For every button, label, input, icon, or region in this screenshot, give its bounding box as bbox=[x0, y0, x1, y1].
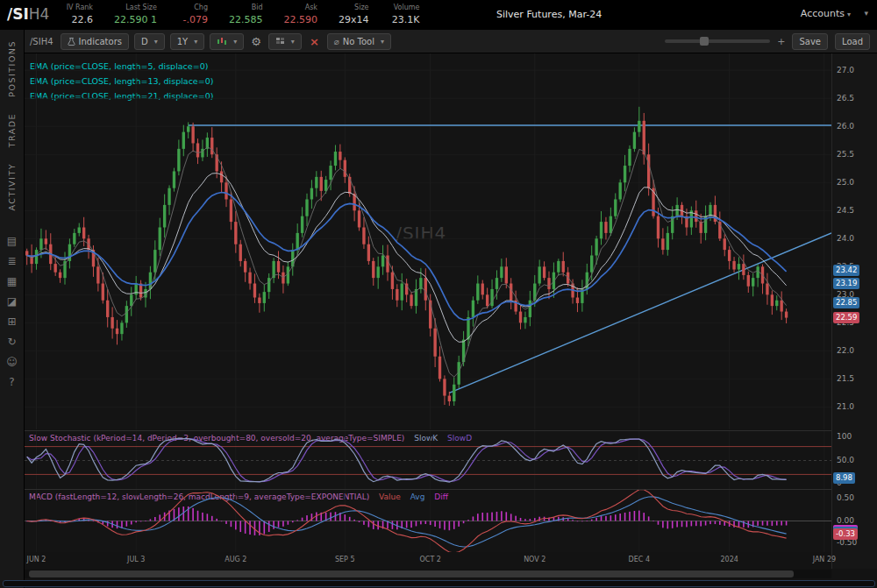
symbol-title: /SIH4 bbox=[7, 5, 49, 23]
axis-tick-label: 21.0 bbox=[837, 402, 854, 411]
sidebar-tab-positions[interactable]: POSITIONS bbox=[7, 40, 17, 97]
price-badge: 22.59 bbox=[833, 312, 859, 323]
chevron-down-icon: ▾ bbox=[233, 38, 237, 46]
time-axis-label: AUG 2 bbox=[225, 556, 246, 563]
drawing-tool-dropdown[interactable]: ⌀ No Tool ▾ bbox=[327, 33, 391, 50]
top-field-5: Size29x14 bbox=[339, 2, 369, 26]
axis-tick-label: 22.0 bbox=[837, 346, 854, 355]
zoom-slider[interactable] bbox=[665, 39, 770, 43]
chart-edit-icon[interactable]: ◪ bbox=[7, 296, 17, 307]
candlestick-chart-icon bbox=[217, 37, 227, 46]
quote-bar: /SIH4 IV Rank22.6 Last Size22.590 1 Chg-… bbox=[0, 0, 877, 30]
stochastic-panel[interactable]: Slow Stochastic (kPeriod=14, dPeriod=3, … bbox=[25, 430, 831, 489]
time-axis[interactable]: JUN 2JUL 3AUG 2SEP 5OCT 2NOV 2DEC 42024J… bbox=[25, 551, 831, 569]
axis-tick-label: 25.0 bbox=[837, 178, 854, 187]
chart-style-dropdown[interactable]: ▾ bbox=[268, 33, 302, 50]
range-dropdown[interactable]: 1Y▾ bbox=[170, 33, 205, 50]
axis-tick-label: 25.5 bbox=[837, 150, 854, 159]
top-field-6: Volume23.1K bbox=[390, 2, 420, 26]
chart-settings-gear-icon[interactable]: ⚙ bbox=[249, 35, 263, 48]
time-axis-label: JAN 29 bbox=[813, 556, 836, 563]
left-sidebar: POSITIONS TRADE ACTIVITY ▤≣▦◪⊞↻☺? bbox=[0, 30, 25, 588]
axis-tick-label: 21.5 bbox=[837, 374, 854, 383]
axis-tick-label: 26.0 bbox=[837, 122, 854, 131]
toolbar-right-group: + Save Load bbox=[665, 33, 870, 50]
chevron-down-icon: ▾ bbox=[154, 38, 158, 46]
chevron-down-icon: ▾ bbox=[194, 38, 197, 46]
notes-icon[interactable]: ▤ bbox=[7, 236, 17, 246]
scrollbar-handle[interactable] bbox=[29, 570, 794, 577]
price-badge: 23.42 bbox=[833, 265, 859, 276]
chevron-down-icon: ▾ bbox=[291, 38, 295, 46]
price-axis[interactable]: 27.026.526.025.525.024.524.023.523.022.5… bbox=[831, 53, 877, 569]
bottom-panel-collapsed[interactable] bbox=[3, 580, 875, 587]
time-axis-label: NOV 2 bbox=[524, 556, 545, 563]
flask-icon bbox=[68, 37, 75, 46]
top-field-2: Chg-.079 bbox=[178, 2, 208, 26]
top-field-4: Ask22.590 bbox=[283, 2, 317, 26]
list-icon[interactable]: ≣ bbox=[7, 256, 16, 266]
apps-icon[interactable]: ⊞ bbox=[7, 316, 16, 327]
indicators-button[interactable]: Indicators bbox=[61, 33, 129, 50]
zoom-slider-handle[interactable] bbox=[700, 37, 709, 46]
top-field-3: Bid22.585 bbox=[229, 2, 263, 26]
axis-tick-label: 0.00 bbox=[837, 516, 854, 525]
macd-panel[interactable]: MACD (fastLength=12, slowLength=26, macd… bbox=[25, 489, 831, 552]
price-chart[interactable]: /SIH4 EMA (price=CLOSE, length=5, displa… bbox=[25, 53, 831, 429]
time-axis-label: SEP 5 bbox=[335, 556, 355, 563]
axis-tick-label: 26.5 bbox=[837, 94, 854, 103]
trading-platform-window: /SIH4 IV Rank22.6 Last Size22.590 1 Chg-… bbox=[0, 0, 877, 588]
time-axis-label: DEC 4 bbox=[629, 556, 650, 563]
chevron-down-icon: ▾ bbox=[847, 11, 851, 18]
sidebar-icons: ▤≣▦◪⊞↻☺? bbox=[6, 236, 18, 387]
top-field-0: IV Rank22.6 bbox=[63, 2, 93, 26]
axis-tick-label: 24.0 bbox=[837, 234, 854, 243]
grid-style-icon bbox=[275, 37, 285, 46]
users-icon[interactable]: ☺ bbox=[6, 357, 18, 367]
chart-type-dropdown[interactable]: ▾ bbox=[210, 33, 244, 50]
quote-fields: IV Rank22.6 Last Size22.590 1 Chg-.079 B… bbox=[63, 2, 420, 26]
timeframe-dropdown[interactable]: D▾ bbox=[134, 33, 165, 50]
top-field-1: Last Size22.590 1 bbox=[114, 2, 157, 26]
time-axis-label: JUN 2 bbox=[27, 556, 46, 563]
axis-tick-label: 50.0 bbox=[837, 456, 854, 464]
grid-icon[interactable]: ▦ bbox=[7, 276, 17, 287]
zoom-in-button[interactable]: + bbox=[777, 36, 785, 47]
save-button[interactable]: Save bbox=[792, 33, 828, 50]
chart-scrollbar[interactable] bbox=[25, 570, 831, 578]
axis-tick-label: 24.5 bbox=[837, 206, 854, 215]
price-badge: 23.19 bbox=[833, 278, 859, 289]
chart-toolbar: /SIH4 Indicators D▾ 1Y▾ ▾ ⚙ ▾ × ⌀ No Too… bbox=[25, 30, 877, 53]
toolbar-symbol-label: /SIH4 bbox=[30, 37, 53, 46]
time-axis-label: 2024 bbox=[720, 556, 738, 563]
collapse-chevron-icon[interactable]: ▾ bbox=[864, 9, 868, 18]
axis-tick-label: 0.50 bbox=[837, 493, 854, 502]
axis-tick-label: 100 bbox=[837, 432, 852, 441]
price-badge: -0.33 bbox=[833, 528, 858, 540]
history-icon[interactable]: ↻ bbox=[7, 337, 16, 347]
time-axis-label: OCT 2 bbox=[420, 556, 441, 563]
help-icon[interactable]: ? bbox=[9, 377, 14, 387]
no-tool-icon: ⌀ bbox=[334, 37, 339, 46]
sidebar-tab-trade[interactable]: TRADE bbox=[7, 113, 17, 147]
price-badge: 8.98 bbox=[833, 472, 855, 484]
chevron-down-icon: ▾ bbox=[381, 38, 384, 46]
instrument-description: Silver Futures, Mar-24 bbox=[496, 9, 602, 20]
accounts-dropdown[interactable]: Accounts▾ bbox=[801, 8, 851, 19]
sidebar-tab-activity[interactable]: ACTIVITY bbox=[7, 163, 17, 210]
load-button[interactable]: Load bbox=[835, 33, 870, 50]
axis-tick-label: 27.0 bbox=[837, 66, 854, 74]
price-badge: 22.85 bbox=[833, 297, 859, 308]
remove-study-button[interactable]: × bbox=[307, 35, 322, 48]
time-axis-label: JUL 3 bbox=[127, 556, 145, 563]
